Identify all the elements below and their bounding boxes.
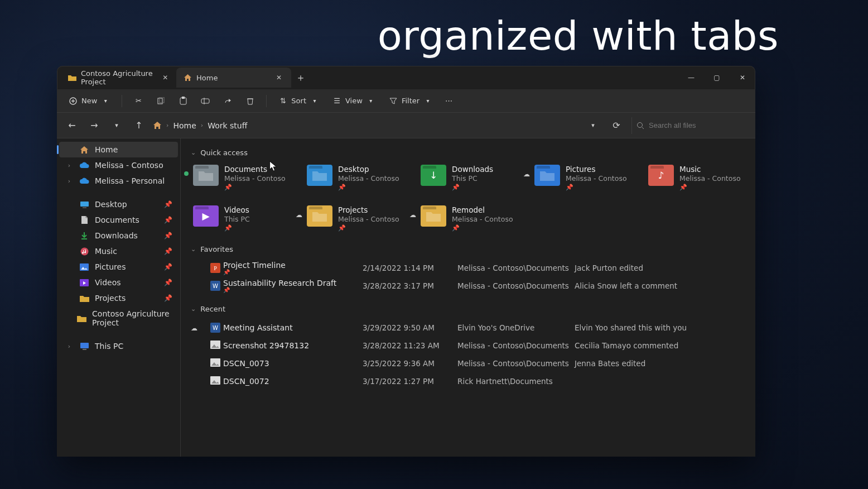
sidebar-item-projects[interactable]: Projects 📌: [59, 290, 178, 306]
file-name: Project Timeline: [223, 261, 363, 270]
share-icon: [223, 96, 233, 106]
address-bar: ← → ▾ ↑ › Home › Work stuff ▾ ⟳: [57, 113, 755, 138]
file-row[interactable]: Screenshot 29478132 3/28/2022 11:23 AM M…: [191, 337, 745, 354]
share-button[interactable]: [218, 94, 237, 108]
pin-icon: 📌: [224, 184, 286, 191]
file-activity: Alicia Snow left a comment: [575, 281, 745, 290]
quick-access-item[interactable]: ☁ Remodel Melissa - Contoso 📌: [418, 203, 530, 234]
rename-button[interactable]: [196, 94, 215, 108]
quick-access-item[interactable]: ☁ Projects Melissa - Contoso 📌: [305, 203, 416, 234]
tab-label: Contoso Agriculture Project: [81, 69, 157, 86]
forward-button[interactable]: →: [86, 117, 103, 134]
file-row[interactable]: DSCN_0072 3/17/2022 1:27 PM Rick Hartnet…: [191, 372, 745, 390]
sidebar-item-videos[interactable]: Videos 📌: [59, 275, 178, 290]
desktop-icon: [79, 201, 89, 208]
quick-access-item[interactable]: ☁ Pictures Melissa - Contoso 📌: [532, 162, 644, 193]
svg-text:P: P: [214, 265, 217, 271]
paste-button[interactable]: [173, 94, 192, 108]
copy-button[interactable]: [151, 94, 170, 108]
delete-icon: [245, 96, 255, 106]
cloud-status-icon: ☁: [409, 211, 416, 219]
sort-button[interactable]: ⇅ Sort ▾: [273, 94, 324, 108]
search-box[interactable]: [631, 117, 749, 134]
new-button[interactable]: New ▾: [64, 94, 115, 108]
file-activity: Jenna Bates edited: [575, 359, 745, 368]
file-activity: Cecilia Tamayo commented: [575, 341, 745, 350]
more-button[interactable]: ⋯: [441, 94, 457, 107]
view-button[interactable]: ☰ View ▾: [327, 94, 380, 108]
folder-location: Melissa - Contoso: [338, 174, 399, 183]
sidebar-item-this-pc[interactable]: › This PC: [59, 338, 178, 354]
sidebar: Home › Melissa - Contoso › Melissa - Per…: [57, 138, 181, 457]
section-label: Quick access: [200, 148, 248, 157]
sidebar-item-downloads[interactable]: Downloads 📌: [59, 228, 178, 243]
breadcrumb-workstuff[interactable]: Work stuff: [208, 121, 247, 130]
expand-icon[interactable]: ›: [65, 343, 74, 350]
breadcrumb-home[interactable]: Home: [173, 121, 196, 130]
minimize-button[interactable]: —: [678, 66, 704, 89]
file-row[interactable]: DSCN_0073 3/25/2022 9:36 AM Melissa - Co…: [191, 354, 745, 372]
svg-rect-15: [80, 343, 89, 348]
svg-rect-5: [201, 99, 209, 103]
sidebar-label: Pictures: [95, 262, 126, 271]
section-favorites[interactable]: ⌄ Favorites: [191, 245, 745, 253]
sidebar-label: Videos: [95, 278, 121, 287]
recent-locations-button[interactable]: ▾: [108, 117, 125, 134]
sidebar-label: Melissa - Contoso: [95, 161, 163, 170]
up-button[interactable]: ↑: [131, 117, 147, 134]
file-date: 3/28/2022 3:17 PM: [363, 281, 457, 290]
back-button[interactable]: ←: [64, 117, 80, 134]
new-icon: [68, 96, 78, 106]
breadcrumb[interactable]: › Home › Work stuff: [153, 121, 579, 130]
search-input[interactable]: [649, 121, 744, 130]
tab-close-button[interactable]: ✕: [273, 72, 284, 83]
expand-icon[interactable]: ›: [65, 178, 74, 185]
file-location: Melissa - Contoso\Documents: [457, 263, 575, 272]
svg-point-12: [80, 247, 88, 255]
file-row[interactable]: W Sustainability Research Draft📌 3/28/20…: [191, 277, 745, 295]
sidebar-item-documents[interactable]: Documents 📌: [59, 212, 178, 228]
sidebar-item-pictures[interactable]: Pictures 📌: [59, 259, 178, 275]
filter-button[interactable]: Filter ▾: [384, 94, 437, 108]
sidebar-item-account-contoso[interactable]: › Melissa - Contoso: [59, 157, 178, 173]
file-name: Meeting Assistant: [223, 323, 363, 332]
tab-home[interactable]: Home ✕: [176, 68, 291, 88]
folder-location: Melissa - Contoso: [338, 215, 399, 223]
sidebar-item-project[interactable]: Contoso Agriculture Project: [59, 306, 178, 330]
download-icon: [79, 232, 89, 240]
close-window-button[interactable]: ✕: [730, 66, 755, 89]
tab-close-button[interactable]: ✕: [161, 72, 170, 83]
file-explorer-window: Contoso Agriculture Project ✕ Home ✕ ＋ —…: [57, 66, 755, 457]
new-tab-button[interactable]: ＋: [291, 69, 310, 86]
cut-button[interactable]: ✂: [129, 94, 148, 108]
maximize-button[interactable]: ▢: [704, 66, 730, 89]
refresh-button[interactable]: ⟳: [608, 117, 625, 134]
music-icon: [79, 247, 89, 256]
chevron-down-icon: ▾: [366, 96, 376, 106]
file-row[interactable]: P Project Timeline📌 2/14/2022 1:14 PM Me…: [191, 259, 745, 277]
svg-point-7: [638, 122, 643, 127]
file-name: DSCN_0073: [223, 359, 363, 368]
quick-access-item[interactable]: Desktop Melissa - Contoso 📌: [305, 162, 416, 193]
address-dropdown-button[interactable]: ▾: [585, 117, 601, 134]
file-row[interactable]: ☁ W Meeting Assistant 3/29/2022 9:50 AM …: [191, 319, 745, 337]
quick-access-item[interactable]: ♪ Music Melissa - Contoso 📌: [646, 162, 755, 193]
sidebar-item-account-personal[interactable]: › Melissa - Personal: [59, 173, 178, 189]
section-quick-access[interactable]: ⌄ Quick access: [191, 148, 745, 157]
sidebar-item-desktop[interactable]: Desktop 📌: [59, 196, 178, 212]
pin-icon: 📌: [224, 224, 250, 232]
file-location: Melissa - Contoso\Documents: [457, 281, 575, 290]
tab-contoso[interactable]: Contoso Agriculture Project ✕: [61, 68, 176, 88]
expand-icon[interactable]: ›: [65, 162, 74, 169]
pictures-icon: [79, 263, 89, 271]
section-recent[interactable]: ⌄ Recent: [191, 305, 745, 313]
file-activity: Elvin Yoo shared this with you: [575, 323, 745, 332]
toolbar: New ▾ ✂ ⇅ Sort ▾ ☰ View ▾ Filter ▾ ⋯: [57, 89, 755, 113]
quick-access-item[interactable]: Documents Melissa - Contoso 📌: [191, 162, 302, 193]
sidebar-item-music[interactable]: Music 📌: [59, 243, 178, 259]
quick-access-item[interactable]: ▶ Videos This PC 📌: [191, 203, 302, 234]
folder-title: Remodel: [452, 205, 513, 215]
delete-button[interactable]: [240, 94, 259, 108]
quick-access-item[interactable]: ↓ Downloads This PC 📌: [418, 162, 530, 193]
sidebar-item-home[interactable]: Home: [59, 142, 178, 157]
